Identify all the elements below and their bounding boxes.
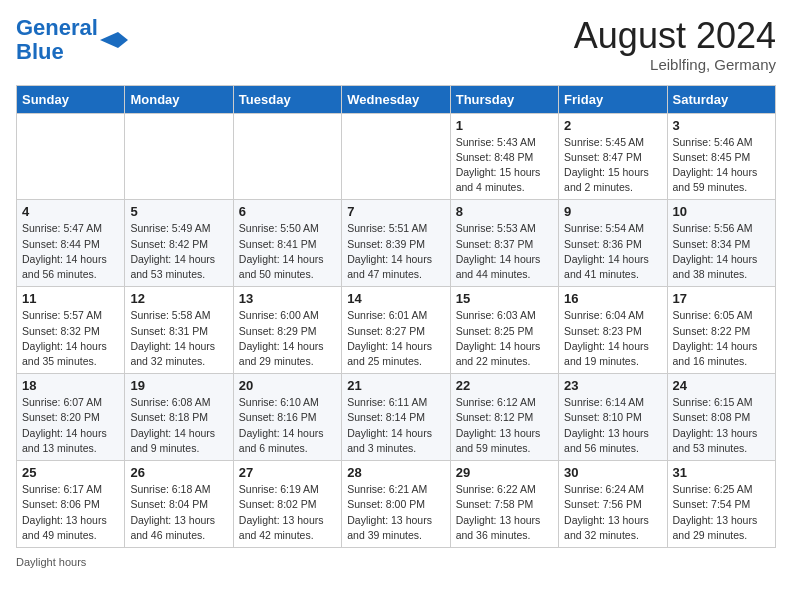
day-number: 3: [673, 118, 770, 133]
day-info: Sunrise: 5:50 AM Sunset: 8:41 PM Dayligh…: [239, 221, 336, 282]
calendar-cell: 28Sunrise: 6:21 AM Sunset: 8:00 PM Dayli…: [342, 461, 450, 548]
weekday-header-cell: Monday: [125, 85, 233, 113]
day-number: 27: [239, 465, 336, 480]
day-info: Sunrise: 5:46 AM Sunset: 8:45 PM Dayligh…: [673, 135, 770, 196]
day-number: 10: [673, 204, 770, 219]
day-info: Sunrise: 6:03 AM Sunset: 8:25 PM Dayligh…: [456, 308, 553, 369]
day-info: Sunrise: 5:54 AM Sunset: 8:36 PM Dayligh…: [564, 221, 661, 282]
logo-text: GeneralBlue: [16, 16, 98, 64]
calendar-week-row: 25Sunrise: 6:17 AM Sunset: 8:06 PM Dayli…: [17, 461, 776, 548]
weekday-header-cell: Tuesday: [233, 85, 341, 113]
day-number: 5: [130, 204, 227, 219]
logo: GeneralBlue: [16, 16, 128, 64]
calendar-cell: [17, 113, 125, 200]
day-number: 13: [239, 291, 336, 306]
day-info: Sunrise: 5:51 AM Sunset: 8:39 PM Dayligh…: [347, 221, 444, 282]
day-number: 16: [564, 291, 661, 306]
calendar-cell: 12Sunrise: 5:58 AM Sunset: 8:31 PM Dayli…: [125, 287, 233, 374]
day-number: 8: [456, 204, 553, 219]
day-info: Sunrise: 6:11 AM Sunset: 8:14 PM Dayligh…: [347, 395, 444, 456]
day-number: 31: [673, 465, 770, 480]
footer: Daylight hours: [16, 556, 776, 568]
calendar-week-row: 18Sunrise: 6:07 AM Sunset: 8:20 PM Dayli…: [17, 374, 776, 461]
calendar-cell: 23Sunrise: 6:14 AM Sunset: 8:10 PM Dayli…: [559, 374, 667, 461]
day-number: 18: [22, 378, 119, 393]
weekday-header-cell: Wednesday: [342, 85, 450, 113]
day-info: Sunrise: 6:15 AM Sunset: 8:08 PM Dayligh…: [673, 395, 770, 456]
day-number: 4: [22, 204, 119, 219]
calendar-cell: [233, 113, 341, 200]
day-info: Sunrise: 6:25 AM Sunset: 7:54 PM Dayligh…: [673, 482, 770, 543]
calendar-cell: 9Sunrise: 5:54 AM Sunset: 8:36 PM Daylig…: [559, 200, 667, 287]
calendar-cell: 2Sunrise: 5:45 AM Sunset: 8:47 PM Daylig…: [559, 113, 667, 200]
calendar-cell: 31Sunrise: 6:25 AM Sunset: 7:54 PM Dayli…: [667, 461, 775, 548]
day-info: Sunrise: 5:53 AM Sunset: 8:37 PM Dayligh…: [456, 221, 553, 282]
location: Leiblfing, Germany: [574, 56, 776, 73]
calendar-cell: 11Sunrise: 5:57 AM Sunset: 8:32 PM Dayli…: [17, 287, 125, 374]
day-info: Sunrise: 6:19 AM Sunset: 8:02 PM Dayligh…: [239, 482, 336, 543]
day-number: 15: [456, 291, 553, 306]
calendar-cell: [125, 113, 233, 200]
day-info: Sunrise: 6:00 AM Sunset: 8:29 PM Dayligh…: [239, 308, 336, 369]
calendar-cell: 21Sunrise: 6:11 AM Sunset: 8:14 PM Dayli…: [342, 374, 450, 461]
day-number: 6: [239, 204, 336, 219]
calendar-cell: 29Sunrise: 6:22 AM Sunset: 7:58 PM Dayli…: [450, 461, 558, 548]
day-number: 1: [456, 118, 553, 133]
day-number: 28: [347, 465, 444, 480]
calendar-cell: 13Sunrise: 6:00 AM Sunset: 8:29 PM Dayli…: [233, 287, 341, 374]
calendar-cell: 25Sunrise: 6:17 AM Sunset: 8:06 PM Dayli…: [17, 461, 125, 548]
weekday-header-row: SundayMondayTuesdayWednesdayThursdayFrid…: [17, 85, 776, 113]
calendar-cell: 6Sunrise: 5:50 AM Sunset: 8:41 PM Daylig…: [233, 200, 341, 287]
day-number: 24: [673, 378, 770, 393]
day-info: Sunrise: 5:56 AM Sunset: 8:34 PM Dayligh…: [673, 221, 770, 282]
calendar-cell: 20Sunrise: 6:10 AM Sunset: 8:16 PM Dayli…: [233, 374, 341, 461]
calendar-cell: 8Sunrise: 5:53 AM Sunset: 8:37 PM Daylig…: [450, 200, 558, 287]
title-area: August 2024 Leiblfing, Germany: [574, 16, 776, 73]
day-info: Sunrise: 6:10 AM Sunset: 8:16 PM Dayligh…: [239, 395, 336, 456]
day-info: Sunrise: 5:49 AM Sunset: 8:42 PM Dayligh…: [130, 221, 227, 282]
day-info: Sunrise: 6:21 AM Sunset: 8:00 PM Dayligh…: [347, 482, 444, 543]
day-number: 2: [564, 118, 661, 133]
calendar-cell: 19Sunrise: 6:08 AM Sunset: 8:18 PM Dayli…: [125, 374, 233, 461]
day-number: 23: [564, 378, 661, 393]
day-info: Sunrise: 6:07 AM Sunset: 8:20 PM Dayligh…: [22, 395, 119, 456]
day-info: Sunrise: 5:58 AM Sunset: 8:31 PM Dayligh…: [130, 308, 227, 369]
calendar-week-row: 11Sunrise: 5:57 AM Sunset: 8:32 PM Dayli…: [17, 287, 776, 374]
day-info: Sunrise: 6:12 AM Sunset: 8:12 PM Dayligh…: [456, 395, 553, 456]
calendar-cell: 7Sunrise: 5:51 AM Sunset: 8:39 PM Daylig…: [342, 200, 450, 287]
calendar-table: SundayMondayTuesdayWednesdayThursdayFrid…: [16, 85, 776, 548]
calendar-cell: 4Sunrise: 5:47 AM Sunset: 8:44 PM Daylig…: [17, 200, 125, 287]
header: GeneralBlue August 2024 Leiblfing, Germa…: [16, 16, 776, 73]
calendar-cell: 22Sunrise: 6:12 AM Sunset: 8:12 PM Dayli…: [450, 374, 558, 461]
day-info: Sunrise: 6:05 AM Sunset: 8:22 PM Dayligh…: [673, 308, 770, 369]
calendar-cell: [342, 113, 450, 200]
month-title: August 2024: [574, 16, 776, 56]
day-number: 9: [564, 204, 661, 219]
day-number: 19: [130, 378, 227, 393]
calendar-cell: 30Sunrise: 6:24 AM Sunset: 7:56 PM Dayli…: [559, 461, 667, 548]
day-info: Sunrise: 5:43 AM Sunset: 8:48 PM Dayligh…: [456, 135, 553, 196]
day-info: Sunrise: 6:24 AM Sunset: 7:56 PM Dayligh…: [564, 482, 661, 543]
weekday-header-cell: Sunday: [17, 85, 125, 113]
day-info: Sunrise: 6:17 AM Sunset: 8:06 PM Dayligh…: [22, 482, 119, 543]
day-info: Sunrise: 6:04 AM Sunset: 8:23 PM Dayligh…: [564, 308, 661, 369]
calendar-cell: 1Sunrise: 5:43 AM Sunset: 8:48 PM Daylig…: [450, 113, 558, 200]
calendar-cell: 26Sunrise: 6:18 AM Sunset: 8:04 PM Dayli…: [125, 461, 233, 548]
svg-marker-0: [100, 32, 128, 48]
day-info: Sunrise: 6:22 AM Sunset: 7:58 PM Dayligh…: [456, 482, 553, 543]
weekday-header-cell: Friday: [559, 85, 667, 113]
calendar-cell: 16Sunrise: 6:04 AM Sunset: 8:23 PM Dayli…: [559, 287, 667, 374]
day-number: 14: [347, 291, 444, 306]
day-number: 22: [456, 378, 553, 393]
daylight-label: Daylight hours: [16, 556, 86, 568]
day-number: 25: [22, 465, 119, 480]
day-number: 17: [673, 291, 770, 306]
day-number: 21: [347, 378, 444, 393]
calendar-cell: 5Sunrise: 5:49 AM Sunset: 8:42 PM Daylig…: [125, 200, 233, 287]
calendar-cell: 10Sunrise: 5:56 AM Sunset: 8:34 PM Dayli…: [667, 200, 775, 287]
day-number: 20: [239, 378, 336, 393]
logo-icon: [100, 32, 128, 48]
weekday-header-cell: Saturday: [667, 85, 775, 113]
calendar-week-row: 1Sunrise: 5:43 AM Sunset: 8:48 PM Daylig…: [17, 113, 776, 200]
day-info: Sunrise: 5:57 AM Sunset: 8:32 PM Dayligh…: [22, 308, 119, 369]
